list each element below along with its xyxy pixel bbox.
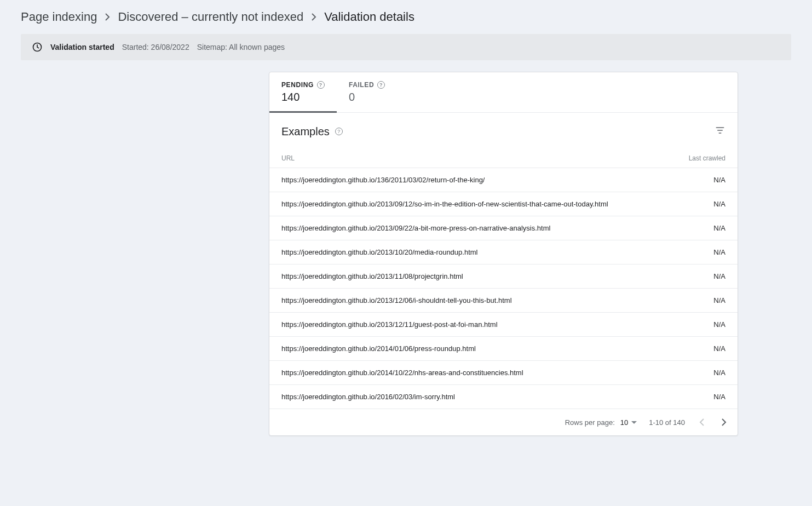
row-last-crawled: N/A	[713, 272, 725, 280]
row-url: https://joereddington.github.io/136/2011…	[281, 176, 485, 184]
chevron-right-icon	[311, 13, 316, 21]
row-last-crawled: N/A	[713, 320, 725, 329]
caret-down-icon	[631, 421, 637, 424]
status-sitemap: Sitemap: All known pages	[197, 43, 285, 51]
row-last-crawled: N/A	[713, 224, 725, 232]
pagination: Rows per page: 10 1-10 of 140	[269, 409, 738, 435]
row-last-crawled: N/A	[713, 393, 725, 401]
row-last-crawled: N/A	[713, 248, 725, 256]
table-row[interactable]: https://joereddington.github.io/2016/02/…	[269, 385, 738, 409]
row-last-crawled: N/A	[713, 369, 725, 377]
table-row[interactable]: https://joereddington.github.io/2013/11/…	[269, 264, 738, 289]
next-page-button[interactable]	[719, 416, 729, 429]
tab-failed[interactable]: FAILED ? 0	[337, 72, 397, 112]
column-url: URL	[281, 154, 295, 162]
rows-per-page-label: Rows per page:	[565, 418, 615, 427]
status-title: Validation started	[50, 43, 114, 51]
row-url: https://joereddington.github.io/2013/12/…	[281, 320, 498, 329]
row-last-crawled: N/A	[713, 200, 725, 208]
filter-icon[interactable]	[715, 125, 725, 138]
row-last-crawled: N/A	[713, 296, 725, 304]
examples-header: Examples ?	[269, 113, 738, 143]
row-url: https://joereddington.github.io/2014/01/…	[281, 344, 476, 353]
table-row[interactable]: https://joereddington.github.io/2013/10/…	[269, 240, 738, 264]
row-last-crawled: N/A	[713, 344, 725, 353]
clock-icon	[32, 42, 43, 53]
table-row[interactable]: https://joereddington.github.io/136/2011…	[269, 168, 738, 192]
row-url: https://joereddington.github.io/2013/09/…	[281, 224, 550, 232]
rows-per-page-dropdown[interactable]: 10	[620, 418, 637, 427]
row-url: https://joereddington.github.io/2013/09/…	[281, 200, 608, 208]
status-started: Started: 26/08/2022	[122, 43, 189, 51]
tab-pending-count: 140	[281, 91, 325, 104]
table-row[interactable]: https://joereddington.github.io/2014/10/…	[269, 361, 738, 385]
row-url: https://joereddington.github.io/2013/11/…	[281, 272, 463, 280]
row-last-crawled: N/A	[713, 176, 725, 184]
help-icon[interactable]: ?	[335, 128, 343, 135]
tab-failed-count: 0	[349, 91, 385, 104]
table-row[interactable]: https://joereddington.github.io/2013/12/…	[269, 313, 738, 337]
row-url: https://joereddington.github.io/2013/10/…	[281, 248, 477, 256]
row-url: https://joereddington.github.io/2016/02/…	[281, 393, 455, 401]
tabs: PENDING ? 140 FAILED ? 0	[269, 72, 738, 113]
help-icon[interactable]: ?	[377, 81, 385, 89]
breadcrumb-current: Validation details	[324, 10, 414, 24]
column-last-crawled: Last crawled	[689, 154, 725, 162]
validation-status-bar: Validation started Started: 26/08/2022 S…	[21, 34, 791, 60]
breadcrumb-discovered[interactable]: Discovered – currently not indexed	[118, 10, 303, 24]
row-url: https://joereddington.github.io/2013/12/…	[281, 296, 512, 304]
chevron-right-icon	[105, 13, 110, 21]
validation-card: PENDING ? 140 FAILED ? 0 Examples ? URL …	[269, 72, 738, 436]
table-row[interactable]: https://joereddington.github.io/2013/09/…	[269, 216, 738, 240]
breadcrumb-page-indexing[interactable]: Page indexing	[21, 10, 97, 24]
tab-pending-label: PENDING	[281, 81, 314, 89]
row-url: https://joereddington.github.io/2014/10/…	[281, 369, 523, 377]
table-row[interactable]: https://joereddington.github.io/2014/01/…	[269, 337, 738, 361]
breadcrumb: Page indexing Discovered – currently not…	[0, 0, 812, 34]
help-icon[interactable]: ?	[317, 81, 325, 89]
examples-title: Examples	[281, 125, 330, 138]
table-body: https://joereddington.github.io/136/2011…	[269, 168, 738, 409]
tab-pending[interactable]: PENDING ? 140	[269, 72, 337, 113]
pagination-range: 1-10 of 140	[649, 418, 685, 427]
tab-failed-label: FAILED	[349, 81, 374, 89]
table-row[interactable]: https://joereddington.github.io/2013/09/…	[269, 192, 738, 216]
prev-page-button[interactable]	[697, 416, 707, 429]
table-header: URL Last crawled	[269, 143, 738, 168]
rows-per-page-value: 10	[620, 418, 628, 427]
table-row[interactable]: https://joereddington.github.io/2013/12/…	[269, 289, 738, 313]
